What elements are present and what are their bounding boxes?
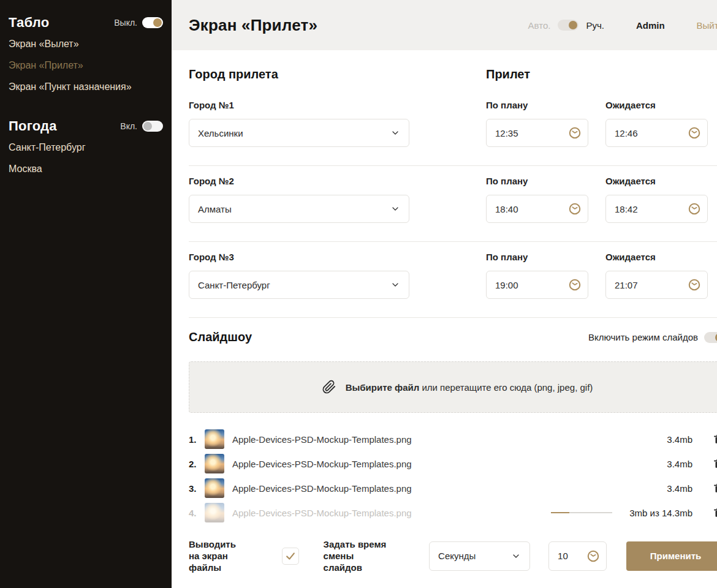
sidebar-tablo-nav: Экран «Вылет» Экран «Прилет» Экран «Пунк… [9,39,163,92]
slideshow-toggle-label: Включить режим слайдов [588,332,698,342]
content: Город прилета Прилет Город №1 По плану О… [172,50,717,588]
file-dropzone[interactable]: Выбирите файл или перетащите его сюда (p… [189,361,717,413]
city3-select[interactable]: Санкт-Петербург [189,271,409,299]
city1-select-value: Хельсинки [189,128,243,138]
slide-interval-label-line1: Задать время смены [324,539,387,561]
city1-select[interactable]: Хельсинки [189,119,409,147]
plan-label: По плану [486,100,605,110]
file-number: 4. [189,508,203,518]
sidebar-item-ekran-vylet[interactable]: Экран «Вылет» [9,39,163,49]
file-row: 2. Apple-Devices-PSD-Mockup-Templates.pn… [189,451,717,476]
sidebar-tablo-title: Табло [9,15,49,31]
city-row-labels: Город №3 По плану Ожидается [189,252,717,262]
clock-icon[interactable] [688,202,701,216]
weather-toggle-label: Вкл. [120,121,137,131]
city3-expected-time-field[interactable] [605,271,708,299]
file-number: 3. [189,483,203,494]
file-thumbnail [205,503,224,522]
chevron-down-icon [390,280,400,290]
main-area: Экран «Прилет» Авто. Руч. Admin Выйти Го… [172,0,717,588]
user-label: Admin [636,20,665,31]
file-size: 3.4mb [667,434,692,445]
output-files-label: Выводить на экран файлы [189,538,262,573]
apply-button[interactable]: Применить [626,541,717,571]
interval-unit-value: Секунды [430,551,476,561]
expected-label: Ожидается [605,100,656,110]
city3-plan-time-field[interactable] [486,271,588,299]
slideshow-header: Слайдшоу Включить режим слайдов [189,330,717,344]
mode-toggle[interactable] [558,20,579,31]
slideshow-toggle[interactable] [704,332,717,343]
clock-icon[interactable] [568,126,582,140]
city-row-labels: Город №1 По плану Ожидается [189,100,717,110]
city3-select-value: Санкт-Петербург [189,280,270,290]
interval-unit-select[interactable]: Секунды [429,541,530,571]
divider [189,317,717,318]
dropzone-text-bold: Выбирите файл [346,382,420,393]
expected-label: Ожидается [605,252,656,262]
city1-label: Город №1 [189,100,486,110]
file-row: 3. Apple-Devices-PSD-Mockup-Templates.pn… [189,476,717,500]
tablo-toggle[interactable] [142,17,163,28]
mode-manual-label[interactable]: Руч. [586,20,604,31]
city2-label: Город №2 [189,176,486,186]
file-size: 3.4mb [667,459,692,469]
file-list: 1. Apple-Devices-PSD-Mockup-Templates.pn… [189,427,717,525]
sidebar-weather-nav: Санкт-Петербург Москва [9,143,163,174]
sidebar-item-ekran-punkt[interactable]: Экран «Пункт назначения» [9,82,163,92]
trash-icon[interactable] [713,482,717,494]
logout-link[interactable]: Выйти [697,20,717,31]
file-thumbnail [205,429,224,449]
slideshow-heading: Слайдшоу [189,330,252,344]
trash-icon[interactable] [713,458,717,470]
sidebar-item-ekran-prilet[interactable]: Экран «Прилет» [9,61,163,70]
trash-icon[interactable] [713,507,717,519]
chevron-down-icon [390,128,400,138]
tablo-toggle-label: Выкл. [114,18,137,28]
clock-icon[interactable] [688,278,701,292]
check-icon [284,550,297,562]
clock-icon[interactable] [568,278,582,292]
city2-expected-time-field[interactable] [605,195,708,223]
dropzone-text: Выбирите файл или перетащите его сюда (p… [346,382,593,393]
interval-value-field[interactable] [548,541,607,571]
page-title: Экран «Прилет» [189,16,317,35]
app-window: Табло Выкл. Экран «Вылет» Экран «Прилет»… [0,0,717,588]
sidebar-section-weather-header: Погода Вкл. [9,118,163,134]
dropzone-text-rest: или перетащите его сюда (png, jpeg, gif) [419,382,593,393]
mode-auto-label[interactable]: Авто. [528,20,551,31]
output-files-label-line1: Выводить [189,539,236,549]
city2-plan-time-field[interactable] [486,195,588,223]
divider [189,241,717,242]
city1-expected-time-field[interactable] [605,119,708,147]
city-section-heading: Город прилета [189,67,486,81]
file-name: Apple-Devices-PSD-Mockup-Templates.png [232,508,551,518]
file-size: 3.4mb [667,483,692,494]
city3-label: Город №3 [189,252,486,262]
trash-icon[interactable] [713,433,717,445]
city-row-controls: Алматы [189,195,717,223]
weather-toggle[interactable] [142,121,163,132]
chevron-down-icon [511,551,521,561]
output-files-checkbox[interactable] [282,548,299,565]
file-thumbnail [205,454,224,473]
city2-select[interactable]: Алматы [189,195,409,223]
city-row-controls: Санкт-Петербург [189,271,717,299]
toggle-knob [569,21,577,29]
file-number: 2. [189,459,203,469]
sidebar-section-tablo-header: Табло Выкл. [9,15,163,31]
file-name: Apple-Devices-PSD-Mockup-Templates.png [232,434,667,445]
city1-plan-time-field[interactable] [486,119,588,147]
sidebar-item-spb[interactable]: Санкт-Петербург [9,143,163,153]
clock-icon[interactable] [568,202,582,216]
arrival-section-heading: Прилет [486,67,530,81]
city-row-controls: Хельсинки [189,119,717,147]
bottom-controls: Выводить на экран файлы Задать время сме… [189,538,717,573]
sidebar-weather-title: Погода [9,118,57,134]
sidebar-item-moscow[interactable]: Москва [9,164,163,174]
output-files-label-line2: на экран файлы [189,551,228,573]
clock-icon[interactable] [586,549,600,563]
paperclip-icon [321,379,337,395]
arrival-section-headings: Город прилета Прилет [189,67,717,81]
clock-icon[interactable] [688,126,701,140]
